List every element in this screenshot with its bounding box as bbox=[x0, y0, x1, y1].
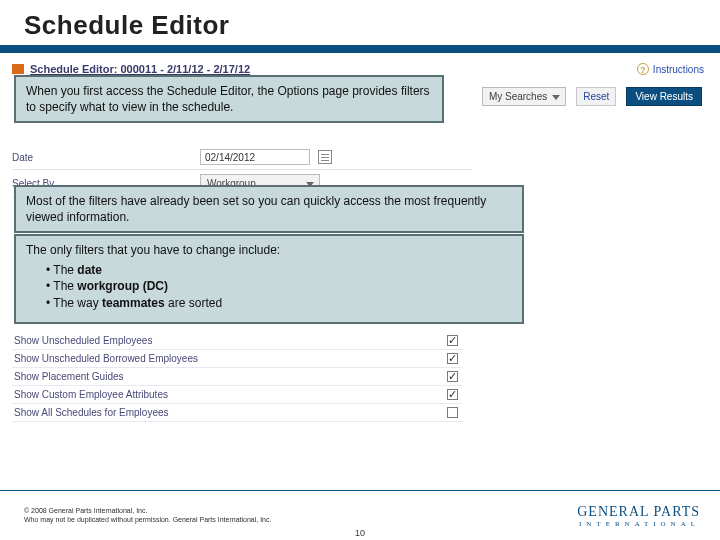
bullet-item: The workgroup (DC) bbox=[46, 278, 512, 294]
help-icon: ? bbox=[637, 63, 649, 75]
option-checkbox[interactable] bbox=[447, 371, 458, 382]
page-number: 10 bbox=[355, 528, 365, 538]
option-label: Show All Schedules for Employees bbox=[14, 407, 169, 418]
controls-row: My Searches Reset View Results bbox=[482, 87, 702, 106]
app-screenshot: Schedule Editor: 000011 - 2/11/12 - 2/17… bbox=[6, 57, 714, 467]
callout-change-list: The only filters that you have to change… bbox=[14, 234, 524, 324]
calendar-icon[interactable] bbox=[318, 150, 332, 164]
option-row: Show Placement Guides bbox=[12, 368, 462, 386]
view-results-button[interactable]: View Results bbox=[626, 87, 702, 106]
reset-button[interactable]: Reset bbox=[576, 87, 616, 106]
date-input[interactable] bbox=[200, 149, 310, 165]
callout-intro: When you first access the Schedule Edito… bbox=[14, 75, 444, 123]
folder-icon bbox=[12, 64, 24, 74]
option-label: Show Placement Guides bbox=[14, 371, 124, 382]
callout-preset: Most of the filters have already been se… bbox=[14, 185, 524, 233]
slide-footer: © 2008 General Parts International, Inc.… bbox=[0, 490, 720, 540]
options-checklist: Show Unscheduled EmployeesShow Unschedul… bbox=[12, 332, 462, 422]
option-label: Show Unscheduled Borrowed Employees bbox=[14, 353, 198, 364]
bullet-item: The way teammates are sorted bbox=[46, 295, 512, 311]
callout-bullets: The dateThe workgroup (DC)The way teamma… bbox=[46, 262, 512, 311]
my-searches-dropdown[interactable]: My Searches bbox=[482, 87, 566, 106]
callout-change-lead: The only filters that you have to change… bbox=[26, 242, 512, 258]
option-row: Show Unscheduled Employees bbox=[12, 332, 462, 350]
option-checkbox[interactable] bbox=[447, 335, 458, 346]
instructions-link[interactable]: ? Instructions bbox=[637, 63, 704, 75]
page-title: Schedule Editor bbox=[0, 0, 720, 53]
instructions-label: Instructions bbox=[653, 64, 704, 75]
date-row: Date bbox=[12, 145, 472, 170]
bullet-item: The date bbox=[46, 262, 512, 278]
option-checkbox[interactable] bbox=[447, 389, 458, 400]
option-label: Show Unscheduled Employees bbox=[14, 335, 152, 346]
breadcrumb-text[interactable]: Schedule Editor: 000011 - 2/11/12 - 2/17… bbox=[30, 63, 250, 75]
option-label: Show Custom Employee Attributes bbox=[14, 389, 168, 400]
option-checkbox[interactable] bbox=[447, 353, 458, 364]
company-logo: GENERAL PARTS INTERNATIONAL bbox=[577, 504, 700, 528]
option-row: Show All Schedules for Employees bbox=[12, 404, 462, 422]
option-row: Show Custom Employee Attributes bbox=[12, 386, 462, 404]
date-label: Date bbox=[12, 152, 192, 163]
option-checkbox[interactable] bbox=[447, 407, 458, 418]
option-row: Show Unscheduled Borrowed Employees bbox=[12, 350, 462, 368]
copyright: © 2008 General Parts International, Inc.… bbox=[24, 507, 271, 524]
